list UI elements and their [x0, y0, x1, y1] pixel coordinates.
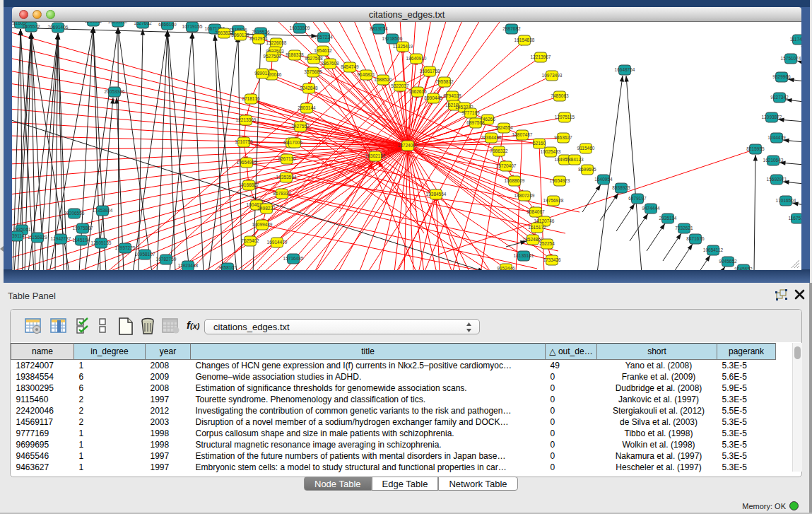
svg-text:20206556: 20206556 [64, 211, 85, 216]
svg-text:252254: 252254 [539, 241, 555, 246]
svg-text:7884123: 7884123 [565, 157, 584, 162]
svg-text:16648754: 16648754 [615, 67, 635, 72]
svg-text:1117453: 1117453 [790, 37, 801, 42]
svg-text:8267110: 8267110 [278, 156, 296, 161]
svg-text:12505135: 12505135 [91, 240, 112, 245]
svg-text:8960128: 8960128 [231, 33, 249, 37]
svg-text:1010755: 1010755 [235, 139, 253, 144]
svg-text:10025433: 10025433 [541, 149, 561, 154]
svg-text:8813054: 8813054 [370, 26, 388, 31]
svg-text:18807249: 18807249 [514, 193, 535, 198]
svg-text:9358107: 9358107 [218, 265, 237, 270]
svg-text:8678332: 8678332 [273, 191, 291, 196]
svg-text:10654112: 10654112 [703, 247, 724, 252]
svg-text:7485063: 7485063 [551, 93, 569, 98]
svg-text:2718176: 2718176 [242, 96, 260, 101]
svg-text:20053346: 20053346 [105, 89, 125, 94]
svg-text:62160: 62160 [533, 141, 546, 146]
svg-text:19302133: 19302133 [365, 153, 386, 158]
svg-text:9115460: 9115460 [577, 146, 595, 151]
svg-text:3427552: 3427552 [291, 124, 310, 129]
svg-text:9777169: 9777169 [461, 110, 480, 115]
svg-text:7625402: 7625402 [241, 238, 259, 243]
svg-text:19975887: 19975887 [73, 226, 93, 230]
svg-text:9242848: 9242848 [300, 86, 318, 90]
svg-text:989012: 989012 [254, 71, 270, 76]
svg-text:12353594: 12353594 [276, 175, 297, 180]
svg-text:9245652: 9245652 [719, 259, 737, 264]
svg-text:1640954: 1640954 [594, 177, 613, 182]
svg-text:9245652: 9245652 [734, 267, 753, 270]
svg-text:18724007: 18724007 [398, 143, 418, 148]
svg-text:1933111: 1933111 [85, 22, 102, 23]
svg-text:19384554: 19384554 [426, 192, 447, 197]
svg-text:1733426: 1733426 [543, 257, 561, 262]
svg-text:20364436: 20364436 [481, 135, 502, 140]
svg-text:16154838: 16154838 [514, 37, 535, 42]
svg-text:7663822: 7663822 [215, 30, 233, 35]
svg-text:16033809: 16033809 [290, 25, 310, 30]
svg-text:1588520: 1588520 [374, 77, 392, 82]
svg-text:16914479: 16914479 [267, 240, 288, 245]
svg-text:11923448: 11923448 [178, 263, 199, 268]
svg-text:8990448: 8990448 [424, 95, 442, 100]
svg-text:8699695: 8699695 [578, 167, 596, 172]
svg-text:417006: 417006 [287, 140, 302, 145]
svg-text:9474444: 9474444 [642, 206, 660, 211]
svg-text:7357224: 7357224 [314, 35, 333, 40]
svg-text:7955812: 7955812 [435, 79, 454, 84]
svg-text:6897568: 6897568 [466, 120, 485, 125]
svg-text:10653287: 10653287 [108, 22, 129, 24]
svg-text:1615172: 1615172 [528, 225, 546, 230]
svg-text:2887682: 2887682 [502, 26, 521, 31]
svg-text:12942737: 12942737 [51, 236, 71, 241]
svg-text:8938923: 8938923 [612, 185, 630, 190]
svg-text:3498222: 3498222 [257, 206, 276, 211]
svg-text:10719155: 10719155 [182, 24, 203, 29]
svg-text:18640910: 18640910 [406, 56, 427, 61]
svg-text:7986322: 7986322 [490, 148, 508, 153]
svg-text:3375685: 3375685 [304, 69, 322, 74]
svg-text:8912954: 8912954 [249, 36, 268, 41]
svg-text:15751074: 15751074 [781, 56, 801, 61]
svg-text:9463627: 9463627 [554, 135, 572, 140]
svg-text:20691406: 20691406 [48, 25, 69, 30]
svg-text:8471676: 8471676 [686, 236, 705, 241]
svg-text:9227342: 9227342 [770, 95, 789, 100]
svg-text:19218506: 19218506 [382, 36, 403, 41]
svg-text:5322037: 5322037 [391, 83, 409, 88]
svg-text:12213967: 12213967 [531, 54, 551, 59]
svg-text:12093872: 12093872 [762, 115, 782, 119]
svg-text:19166827: 19166827 [239, 182, 259, 187]
svg-text:9527503: 9527503 [263, 54, 281, 59]
svg-text:1362615: 1362615 [408, 89, 427, 94]
svg-text:6466160: 6466160 [158, 22, 177, 27]
svg-text:19756928: 19756928 [543, 198, 564, 203]
svg-text:9084067: 9084067 [526, 209, 545, 214]
svg-text:17353924: 17353924 [93, 208, 113, 213]
svg-text:1145194: 1145194 [73, 238, 90, 243]
svg-text:17016504: 17016504 [776, 198, 796, 203]
svg-text:12975115: 12975115 [555, 115, 575, 119]
svg-text:2935114: 2935114 [659, 216, 677, 221]
svg-text:13226058: 13226058 [266, 40, 287, 45]
svg-text:6794028: 6794028 [443, 93, 461, 98]
svg-text:3824554: 3824554 [495, 125, 513, 130]
svg-text:9146821: 9146821 [357, 72, 375, 77]
svg-text:2803144: 2803144 [298, 105, 316, 110]
svg-text:1167534: 1167534 [789, 216, 801, 221]
svg-text:11325419: 11325419 [393, 44, 413, 49]
svg-text:10958107: 10958107 [135, 252, 155, 257]
svg-text:9527508: 9527508 [305, 56, 323, 61]
svg-text:2867608: 2867608 [321, 61, 339, 66]
svg-text:7032621: 7032621 [675, 226, 693, 230]
svg-text:1405572: 1405572 [22, 24, 40, 29]
svg-text:10688609: 10688609 [505, 178, 525, 183]
svg-text:14099489: 14099489 [252, 222, 273, 227]
svg-text:17957225: 17957225 [115, 245, 136, 250]
svg-text:1954612: 1954612 [314, 48, 332, 53]
svg-text:14136141: 14136141 [514, 253, 534, 258]
svg-text:1244419: 1244419 [767, 135, 786, 140]
svg-text:15720407: 15720407 [496, 163, 517, 168]
svg-text:11156829: 11156829 [28, 235, 47, 240]
